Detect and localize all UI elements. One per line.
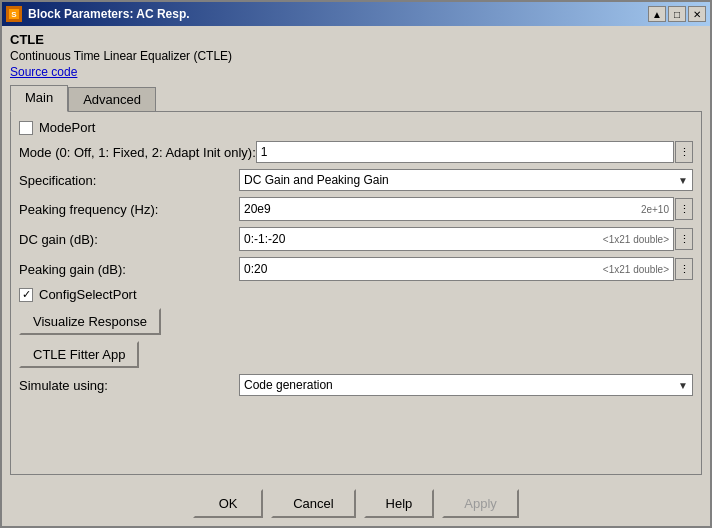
specification-dropdown[interactable]: DC Gain and Peaking Gain ▼ bbox=[239, 169, 693, 191]
svg-text:S: S bbox=[11, 10, 17, 19]
config-select-port-checkbox[interactable] bbox=[19, 288, 33, 302]
peaking-frequency-ellipsis-button[interactable]: ⋮ bbox=[675, 198, 693, 220]
simulate-using-row: Simulate using: Code generation ▼ bbox=[19, 374, 693, 396]
peaking-frequency-input-container: 2e+10 bbox=[239, 197, 674, 221]
app-icon: S bbox=[6, 6, 22, 22]
mode-input[interactable] bbox=[256, 141, 674, 163]
peaking-frequency-field: 2e+10 ⋮ bbox=[239, 197, 693, 221]
dc-gain-label: DC gain (dB): bbox=[19, 232, 239, 247]
dc-gain-field: <1x21 double> ⋮ bbox=[239, 227, 693, 251]
section-subtitle: Continuous Time Linear Equalizer (CTLE) bbox=[10, 49, 702, 63]
footer: OK Cancel Help Apply bbox=[2, 481, 710, 526]
peaking-gain-field: <1x21 double> ⋮ bbox=[239, 257, 693, 281]
mode-label: Mode (0: Off, 1: Fixed, 2: Adapt Init on… bbox=[19, 145, 256, 160]
peaking-gain-input[interactable] bbox=[240, 258, 603, 280]
main-window: S Block Parameters: AC Resp. ▲ □ ✕ CTLE … bbox=[0, 0, 712, 528]
tab-content: ModePort Mode (0: Off, 1: Fixed, 2: Adap… bbox=[10, 111, 702, 475]
titlebar-left: S Block Parameters: AC Resp. bbox=[6, 6, 190, 22]
minimize-button[interactable]: ▲ bbox=[648, 6, 666, 22]
simulate-using-label: Simulate using: bbox=[19, 378, 239, 393]
ctle-fitter-app-button[interactable]: CTLE Fitter App bbox=[19, 341, 139, 368]
peaking-gain-ellipsis-button[interactable]: ⋮ bbox=[675, 258, 693, 280]
dc-gain-input-container: <1x21 double> bbox=[239, 227, 674, 251]
button-row: Visualize Response bbox=[19, 308, 693, 335]
source-code-link[interactable]: Source code bbox=[10, 65, 702, 79]
tab-main[interactable]: Main bbox=[10, 85, 68, 112]
mode-row: Mode (0: Off, 1: Fixed, 2: Adapt Init on… bbox=[19, 141, 693, 163]
apply-button[interactable]: Apply bbox=[442, 489, 519, 518]
mode-port-label: ModePort bbox=[39, 120, 95, 135]
specification-value: DC Gain and Peaking Gain bbox=[244, 173, 389, 187]
config-select-port-row: ConfigSelectPort bbox=[19, 287, 693, 302]
tab-advanced[interactable]: Advanced bbox=[68, 87, 156, 112]
peaking-gain-label: Peaking gain (dB): bbox=[19, 262, 239, 277]
maximize-button[interactable]: □ bbox=[668, 6, 686, 22]
simulate-using-dropdown[interactable]: Code generation ▼ bbox=[239, 374, 693, 396]
peaking-gain-input-container: <1x21 double> bbox=[239, 257, 674, 281]
dc-gain-input[interactable] bbox=[240, 228, 603, 250]
mode-ellipsis-button[interactable]: ⋮ bbox=[675, 141, 693, 163]
titlebar-controls: ▲ □ ✕ bbox=[648, 6, 706, 22]
specification-field: DC Gain and Peaking Gain ▼ bbox=[239, 169, 693, 191]
peaking-frequency-input[interactable] bbox=[240, 198, 641, 220]
close-button[interactable]: ✕ bbox=[688, 6, 706, 22]
ctle-button-row: CTLE Fitter App bbox=[19, 341, 693, 368]
tab-bar: Main Advanced bbox=[10, 85, 702, 112]
specification-label: Specification: bbox=[19, 173, 239, 188]
simulate-using-dropdown-arrow: ▼ bbox=[678, 380, 688, 391]
mode-field: ⋮ bbox=[256, 141, 693, 163]
cancel-button[interactable]: Cancel bbox=[271, 489, 355, 518]
section-title: CTLE bbox=[10, 32, 702, 47]
mode-port-checkbox[interactable] bbox=[19, 121, 33, 135]
ok-button[interactable]: OK bbox=[193, 489, 263, 518]
simulate-using-value: Code generation bbox=[244, 378, 333, 392]
dc-gain-row: DC gain (dB): <1x21 double> ⋮ bbox=[19, 227, 693, 251]
specification-row: Specification: DC Gain and Peaking Gain … bbox=[19, 169, 693, 191]
titlebar: S Block Parameters: AC Resp. ▲ □ ✕ bbox=[2, 2, 710, 26]
peaking-gain-row: Peaking gain (dB): <1x21 double> ⋮ bbox=[19, 257, 693, 281]
peaking-frequency-label: Peaking frequency (Hz): bbox=[19, 202, 239, 217]
help-button[interactable]: Help bbox=[364, 489, 435, 518]
config-select-port-label: ConfigSelectPort bbox=[39, 287, 137, 302]
window-title: Block Parameters: AC Resp. bbox=[28, 7, 190, 21]
peaking-frequency-hint: 2e+10 bbox=[641, 204, 673, 215]
dc-gain-ellipsis-button[interactable]: ⋮ bbox=[675, 228, 693, 250]
content-area: CTLE Continuous Time Linear Equalizer (C… bbox=[2, 26, 710, 481]
peaking-frequency-row: Peaking frequency (Hz): 2e+10 ⋮ bbox=[19, 197, 693, 221]
specification-dropdown-arrow: ▼ bbox=[678, 175, 688, 186]
peaking-gain-hint: <1x21 double> bbox=[603, 264, 673, 275]
visualize-response-button[interactable]: Visualize Response bbox=[19, 308, 161, 335]
mode-port-row: ModePort bbox=[19, 120, 693, 135]
dc-gain-hint: <1x21 double> bbox=[603, 234, 673, 245]
